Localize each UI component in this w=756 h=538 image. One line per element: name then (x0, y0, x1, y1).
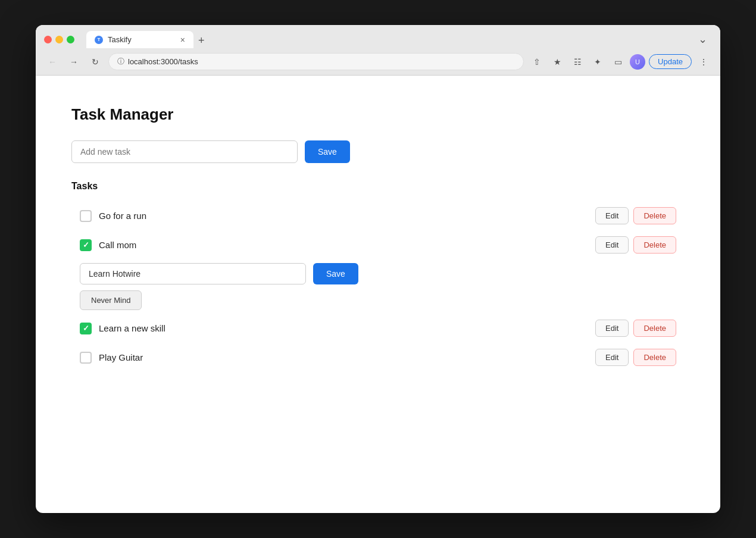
puzzle-icon[interactable]: ✦ (589, 54, 606, 70)
forward-button[interactable]: → (65, 54, 82, 70)
task-1-checkbox[interactable] (80, 210, 92, 222)
browser-window: T Taskify × + ⌄ ← → ↻ ⓘ localhost:3000/t… (36, 25, 720, 513)
new-tab-button[interactable]: + (193, 35, 210, 46)
task-row: Call mom Edit Delete (71, 230, 685, 259)
task-row: Go for a run Edit Delete (71, 201, 685, 230)
menu-icon[interactable]: ⋮ (695, 54, 712, 70)
task-3-never-mind-button[interactable]: Never Mind (80, 290, 142, 310)
minimize-traffic-light[interactable] (55, 36, 63, 43)
task-2-edit-button[interactable]: Edit (595, 236, 629, 254)
task-1-label: Go for a run (99, 211, 588, 221)
tasks-section-title: Tasks (71, 181, 685, 192)
user-avatar[interactable]: U (630, 54, 645, 70)
extensions-icon[interactable]: ☷ (569, 54, 586, 70)
task-4-actions: Edit Delete (595, 320, 676, 337)
bookmark-icon[interactable]: ★ (549, 54, 566, 70)
task-5-label: Play Guitar (99, 352, 588, 362)
task-5-checkbox[interactable] (80, 352, 92, 364)
task-5-actions: Edit Delete (595, 349, 676, 366)
tab-favicon: T (95, 36, 103, 44)
browser-tabs: T Taskify × + ⌄ (86, 31, 712, 48)
close-traffic-light[interactable] (44, 36, 52, 43)
task-1-actions: Edit Delete (595, 207, 676, 224)
browser-toolbar: ← → ↻ ⓘ localhost:3000/tasks ⇧ ★ ☷ ✦ ▭ U… (36, 48, 720, 75)
task-2-actions: Edit Delete (595, 236, 676, 254)
browser-titlebar: T Taskify × + ⌄ (36, 25, 720, 48)
task-3-edit-inline: Save (80, 263, 676, 284)
task-1-edit-button[interactable]: Edit (595, 207, 629, 224)
traffic-lights (44, 36, 74, 43)
task-row: Play Guitar Edit Delete (71, 343, 685, 372)
page-title: Task Manager (71, 105, 685, 124)
security-icon: ⓘ (117, 57, 124, 67)
task-4-edit-button[interactable]: Edit (595, 320, 629, 337)
add-task-save-button[interactable]: Save (305, 140, 350, 163)
add-task-form: Save (71, 140, 685, 163)
reload-button[interactable]: ↻ (87, 54, 104, 70)
tab-title: Taskify (108, 35, 176, 44)
task-list: Go for a run Edit Delete Call mom Edit D… (71, 201, 685, 372)
task-4-checkbox[interactable] (80, 323, 92, 334)
url-text: localhost:3000/tasks (128, 57, 198, 66)
task-5-edit-button[interactable]: Edit (595, 349, 629, 366)
tab-dropdown-button[interactable]: ⌄ (693, 33, 712, 46)
task-4-label: Learn a new skill (99, 323, 588, 333)
sidebar-icon[interactable]: ▭ (610, 54, 626, 70)
task-4-delete-button[interactable]: Delete (633, 320, 676, 337)
maximize-traffic-light[interactable] (67, 36, 74, 43)
tab-close-button[interactable]: × (180, 36, 185, 44)
task-3-save-button[interactable]: Save (313, 263, 358, 284)
task-3-edit-row: Save Never Mind (71, 259, 685, 314)
task-5-delete-button[interactable]: Delete (633, 349, 676, 366)
address-bar[interactable]: ⓘ localhost:3000/tasks (108, 53, 524, 70)
active-tab[interactable]: T Taskify × (86, 31, 193, 48)
update-button[interactable]: Update (649, 54, 692, 69)
back-button[interactable]: ← (44, 54, 61, 70)
browser-chrome: T Taskify × + ⌄ ← → ↻ ⓘ localhost:3000/t… (36, 25, 720, 76)
share-icon[interactable]: ⇧ (529, 54, 545, 70)
task-row: Learn a new skill Edit Delete (71, 314, 685, 343)
add-task-input[interactable] (71, 140, 298, 163)
toolbar-actions: ⇧ ★ ☷ ✦ ▭ U Update ⋮ (529, 54, 712, 70)
task-2-checkbox[interactable] (80, 239, 92, 251)
page-content: Task Manager Save Tasks Go for a run Edi… (36, 76, 720, 492)
task-1-delete-button[interactable]: Delete (633, 207, 676, 224)
task-2-delete-button[interactable]: Delete (633, 236, 676, 254)
task-2-label: Call mom (99, 240, 588, 250)
task-3-edit-input[interactable] (80, 263, 306, 284)
